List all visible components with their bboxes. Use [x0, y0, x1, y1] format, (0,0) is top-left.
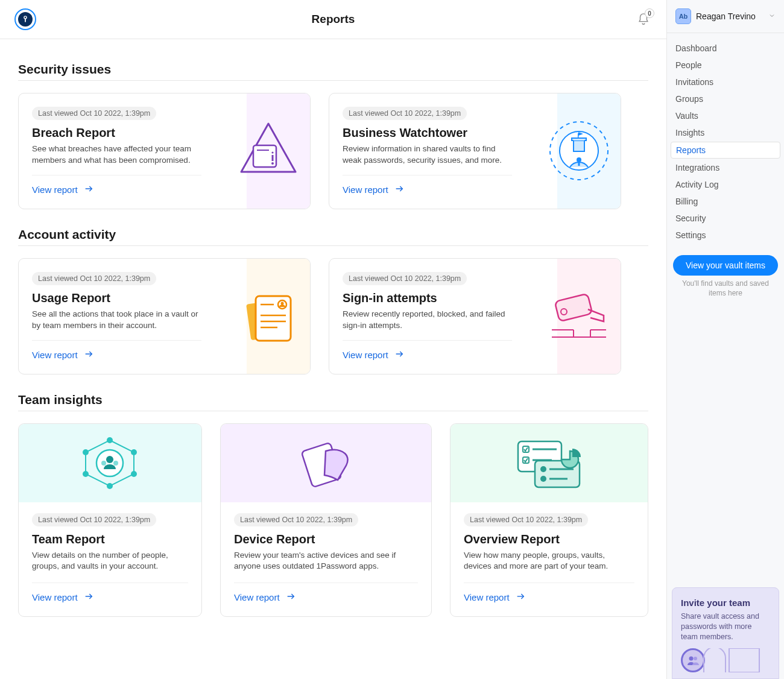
view-report-link[interactable]: View report: [32, 184, 201, 195]
view-vault-items-button[interactable]: View your vault items: [673, 255, 778, 276]
last-viewed-badge: Last viewed Oct 10 2022, 1:39pm: [343, 107, 467, 120]
card-title: Business Watchtower: [343, 126, 512, 140]
card-title: Usage Report: [32, 291, 201, 305]
svg-point-4: [271, 152, 273, 154]
last-viewed-badge: Last viewed Oct 10 2022, 1:39pm: [464, 513, 588, 526]
card-title: Team Report: [32, 532, 188, 546]
divider: [32, 175, 201, 175]
view-report-label: View report: [234, 592, 280, 602]
sidebar-item-vaults[interactable]: Vaults: [671, 108, 780, 124]
sidebar-item-groups[interactable]: Groups: [671, 91, 780, 107]
svg-point-34: [107, 437, 113, 443]
svg-point-36: [131, 471, 137, 477]
divider: [32, 340, 201, 341]
app-logo[interactable]: [14, 8, 36, 30]
user-menu[interactable]: Ab Reagan Trevino: [667, 8, 784, 33]
card-signin-attempts: Last viewed Oct 10 2022, 1:39pm Sign-in …: [329, 258, 621, 374]
usage-icon: [235, 283, 302, 349]
sidebar-nav: DashboardPeopleInvitationsGroupsVaultsIn…: [667, 40, 784, 244]
card-description: See what breaches have affected your tea…: [32, 144, 201, 166]
svg-rect-1: [25, 19, 26, 22]
svg-point-37: [107, 483, 113, 489]
card-title: Breach Report: [32, 126, 201, 140]
watchtower-icon: [546, 118, 612, 184]
sidebar-item-insights[interactable]: Insights: [671, 125, 780, 141]
last-viewed-badge: Last viewed Oct 10 2022, 1:39pm: [343, 272, 467, 285]
main-content-area: Reports 0 Security issues Last viewed Oc…: [0, 0, 666, 679]
view-report-link[interactable]: View report: [464, 592, 634, 603]
avatar: Ab: [675, 8, 691, 24]
team-icon: [74, 433, 146, 493]
content-body: Security issues Last viewed Oct 10 2022,…: [0, 39, 666, 659]
view-report-label: View report: [32, 592, 78, 602]
card-description: Review information in shared vaults to f…: [343, 144, 512, 166]
svg-point-38: [83, 471, 89, 477]
sidebar-item-invitations[interactable]: Invitations: [671, 74, 780, 90]
card-title: Overview Report: [464, 532, 634, 546]
notifications-button[interactable]: 0: [635, 11, 652, 28]
card-usage-report: Last viewed Oct 10 2022, 1:39pm Usage Re…: [18, 258, 311, 374]
card-overview-report: Last viewed Oct 10 2022, 1:39pm Overview…: [450, 423, 648, 617]
building-icon: [701, 648, 762, 672]
card-description: Review recently reported, blocked, and f…: [343, 309, 512, 332]
account-card-row: Last viewed Oct 10 2022, 1:39pm Usage Re…: [18, 258, 648, 374]
view-report-label: View report: [32, 350, 78, 360]
divider: [18, 245, 648, 246]
card-breach-report: Last viewed Oct 10 2022, 1:39pm Breach R…: [18, 93, 311, 209]
sidebar-item-people[interactable]: People: [671, 57, 780, 73]
section-title-security: Security issues: [18, 62, 648, 77]
view-report-label: View report: [32, 185, 78, 195]
card-title: Sign-in attempts: [343, 291, 512, 305]
card-business-watchtower: Last viewed Oct 10 2022, 1:39pm Business…: [329, 93, 621, 209]
chevron-down-icon: [768, 11, 776, 22]
card-description: View details on the number of people, gr…: [32, 550, 188, 574]
sidebar: Ab Reagan Trevino DashboardPeopleInvitat…: [666, 0, 784, 679]
view-report-link[interactable]: View report: [343, 184, 512, 195]
svg-point-42: [101, 461, 106, 466]
svg-point-41: [106, 456, 113, 463]
sidebar-item-security[interactable]: Security: [671, 210, 780, 226]
sidebar-item-settings[interactable]: Settings: [671, 227, 780, 243]
arrow-right-icon: [84, 349, 93, 361]
divider: [234, 583, 418, 583]
view-report-label: View report: [464, 592, 510, 602]
card-description: Review your team's active devices and se…: [234, 550, 418, 574]
overview-icon: [510, 433, 588, 493]
last-viewed-badge: Last viewed Oct 10 2022, 1:39pm: [32, 272, 156, 285]
divider: [464, 583, 634, 583]
card-art-band: [221, 424, 431, 502]
svg-point-55: [540, 476, 546, 482]
view-report-link[interactable]: View report: [343, 349, 512, 361]
camera-icon: [546, 283, 612, 349]
sidebar-item-dashboard[interactable]: Dashboard: [671, 40, 780, 56]
svg-rect-25: [555, 294, 593, 322]
card-device-report: Last viewed Oct 10 2022, 1:39pm Device R…: [220, 423, 432, 617]
svg-point-19: [281, 302, 284, 305]
sidebar-item-reports[interactable]: Reports: [671, 142, 780, 159]
arrow-right-icon: [516, 592, 525, 603]
sidebar-item-activity-log[interactable]: Activity Log: [671, 177, 780, 192]
invite-team-panel[interactable]: Invite your team Share vault access and …: [672, 587, 779, 679]
svg-point-39: [83, 449, 89, 455]
divider: [18, 80, 648, 81]
notification-count-badge: 0: [645, 8, 654, 18]
svg-rect-10: [574, 141, 584, 151]
svg-rect-60: [729, 648, 759, 672]
view-report-link[interactable]: View report: [32, 349, 201, 361]
invite-art: [681, 648, 770, 672]
divider: [343, 175, 512, 175]
sidebar-item-billing[interactable]: Billing: [671, 194, 780, 209]
svg-rect-14: [578, 161, 580, 166]
view-report-label: View report: [343, 350, 388, 360]
arrow-right-icon: [286, 592, 296, 603]
invite-title: Invite your team: [681, 598, 770, 608]
view-report-link[interactable]: View report: [234, 592, 418, 603]
logo-icon: [18, 12, 33, 27]
last-viewed-badge: Last viewed Oct 10 2022, 1:39pm: [32, 107, 156, 120]
view-report-link[interactable]: View report: [32, 592, 188, 603]
sidebar-item-integrations[interactable]: Integrations: [671, 160, 780, 175]
arrow-right-icon: [394, 349, 404, 361]
page-title: Reports: [312, 13, 355, 26]
arrow-right-icon: [394, 184, 404, 195]
device-icon: [289, 433, 362, 493]
